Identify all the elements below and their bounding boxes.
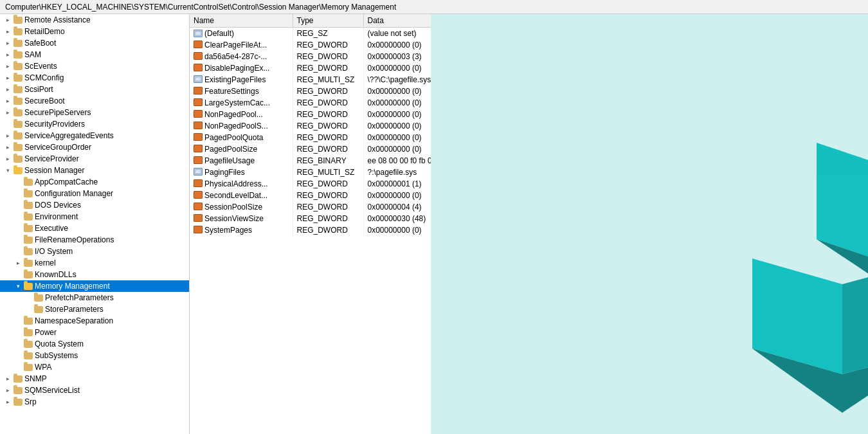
tree-label-wpa: WPA <box>35 363 51 372</box>
tree-item-service-provider[interactable]: ▸ServiceProvider <box>0 153 189 165</box>
table-row[interactable]: da56a5e4-287c-...REG_DWORD0x00000003 (3) <box>190 51 868 62</box>
cell-type-8: REG_DWORD <box>293 120 363 132</box>
tree-item-session-manager[interactable]: ▾Session Manager <box>0 165 189 176</box>
cell-data-7: 0x00000000 (0) <box>363 109 868 120</box>
cell-name-16: SessionViewSize <box>190 213 293 224</box>
cell-type-3: REG_DWORD <box>293 62 363 74</box>
tree-label-security-providers: SecurityProviders <box>24 120 85 129</box>
tree-expander-snmp[interactable]: ▸ <box>3 375 13 382</box>
column-header-name[interactable]: Name <box>190 14 293 28</box>
tree-item-store-parameters[interactable]: StoreParameters <box>0 303 189 315</box>
tree-expander-secure-pipe-servers[interactable]: ▸ <box>3 109 13 116</box>
tree-expander-safe-boot[interactable]: ▸ <box>3 40 13 46</box>
cell-data-14: 0x00000000 (0) <box>363 190 868 201</box>
tree-item-app-compat-cache[interactable]: AppCompatCache <box>0 176 189 188</box>
tree-item-secure-boot[interactable]: ▸SecureBoot <box>0 95 189 107</box>
reg-value-icon-0: ab <box>194 30 203 37</box>
tree-item-file-rename-operations[interactable]: FileRenameOperations <box>0 234 189 246</box>
tree-expander-remote-assistance[interactable]: ▸ <box>3 17 13 23</box>
table-row[interactable]: PagefileUsageREG_BINARYee 08 00 00 f0 fb… <box>190 155 868 167</box>
cell-type-17: REG_DWORD <box>293 224 363 236</box>
tree-label-safe-boot: SafeBoot <box>24 39 56 48</box>
tree-expander-retail-demo[interactable]: ▸ <box>3 28 13 35</box>
tree-expander-memory-management[interactable]: ▾ <box>13 283 23 289</box>
tree-item-secure-pipe-servers[interactable]: ▸SecurePipeServers <box>0 107 189 118</box>
tree-item-subsystems[interactable]: SubSystems <box>0 350 189 361</box>
tree-expander-srp[interactable]: ▸ <box>3 399 13 405</box>
tree-expander-sc-events[interactable]: ▸ <box>3 63 13 69</box>
tree-item-service-group-order[interactable]: ▸ServiceGroupOrder <box>0 141 189 153</box>
table-row[interactable]: SessionViewSizeREG_DWORD0x00000030 (48) <box>190 213 868 224</box>
column-header-data[interactable]: Data <box>363 14 868 28</box>
tree-expander-kernel[interactable]: ▸ <box>13 260 23 266</box>
tree-item-kernel[interactable]: ▸kernel <box>0 257 189 269</box>
tree-item-namespace-separation[interactable]: NamespaceSeparation <box>0 315 189 327</box>
table-row[interactable]: NonPagedPool...REG_DWORD0x00000000 (0) <box>190 109 868 120</box>
table-row[interactable]: SessionPoolSizeREG_DWORD0x00000004 (4) <box>190 201 868 213</box>
table-row[interactable]: PagedPoolQuotaREG_DWORD0x00000000 (0) <box>190 132 868 143</box>
cell-name-7: NonPagedPool... <box>190 109 293 120</box>
tree-item-environment[interactable]: Environment <box>0 211 189 222</box>
tree-label-dos-devices: DOS Devices <box>35 201 81 210</box>
tree-item-executive[interactable]: Executive <box>0 222 189 234</box>
tree-item-dos-devices[interactable]: DOS Devices <box>0 199 189 211</box>
table-row[interactable]: abPagingFilesREG_MULTI_SZ?:\pagefile.sys <box>190 167 868 178</box>
table-row[interactable]: NonPagedPoolS...REG_DWORD0x00000000 (0) <box>190 120 868 132</box>
tree-expander-service-provider[interactable]: ▸ <box>3 156 13 162</box>
tree-item-power[interactable]: Power <box>0 327 189 338</box>
tree-item-scsi-port[interactable]: ▸ScsiPort <box>0 84 189 95</box>
tree-item-sqm-service-list[interactable]: ▸SQMServiceList <box>0 384 189 396</box>
tree-expander-sqm-service-list[interactable]: ▸ <box>3 387 13 393</box>
folder-icon-quota-system <box>23 341 33 348</box>
cell-data-2: 0x00000003 (3) <box>363 51 868 62</box>
tree-item-snmp[interactable]: ▸SNMP <box>0 373 189 384</box>
tree-item-service-aggregated-events[interactable]: ▸ServiceAggregatedEvents <box>0 130 189 141</box>
tree-item-sam[interactable]: ▸SAM <box>0 49 189 60</box>
tree-item-io-system[interactable]: I/O System <box>0 246 189 257</box>
tree-expander-secure-boot[interactable]: ▸ <box>3 98 13 104</box>
tree-label-quota-system: Quota System <box>35 339 84 348</box>
tree-item-known-dlls[interactable]: KnownDLLs <box>0 269 189 280</box>
tree-item-sc-events[interactable]: ▸ScEvents <box>0 60 189 72</box>
table-row[interactable]: DisablePagingEx...REG_DWORD0x00000000 (0… <box>190 62 868 74</box>
table-row[interactable]: SecondLevelDat...REG_DWORD0x00000000 (0) <box>190 190 868 201</box>
tree-label-io-system: I/O System <box>35 247 73 256</box>
cell-type-7: REG_DWORD <box>293 109 363 120</box>
reg-value-icon-11 <box>194 156 203 164</box>
table-row[interactable]: ClearPageFileAt...REG_DWORD0x00000000 (0… <box>190 39 868 51</box>
tree-label-secure-pipe-servers: SecurePipeServers <box>24 108 91 117</box>
table-row[interactable]: ab(Default)REG_SZ(value not set) <box>190 28 868 39</box>
tree-item-security-providers[interactable]: SecurityProviders <box>0 118 189 130</box>
tree-item-remote-assistance[interactable]: ▸Remote Assistance <box>0 14 189 26</box>
reg-value-icon-7 <box>194 110 203 118</box>
table-row[interactable]: PagedPoolSizeREG_DWORD0x00000000 (0) <box>190 143 868 155</box>
folder-icon-store-parameters <box>33 306 44 313</box>
cell-name-text-0: (Default) <box>204 29 234 38</box>
table-row[interactable]: SystemPagesREG_DWORD0x00000000 (0) <box>190 224 868 236</box>
tree-item-configuration-manager[interactable]: Configuration Manager <box>0 188 189 199</box>
tree-item-memory-management[interactable]: ▾Memory Management <box>0 280 189 292</box>
tree-expander-scsi-port[interactable]: ▸ <box>3 86 13 93</box>
column-header-type[interactable]: Type <box>293 14 363 28</box>
cell-name-text-17: SystemPages <box>204 226 252 235</box>
tree-expander-service-group-order[interactable]: ▸ <box>3 144 13 150</box>
tree-item-safe-boot[interactable]: ▸SafeBoot <box>0 37 189 49</box>
tree-label-subsystems: SubSystems <box>35 351 78 360</box>
tree-expander-session-manager[interactable]: ▾ <box>3 167 13 174</box>
table-row[interactable]: PhysicalAddress...REG_DWORD0x00000001 (1… <box>190 178 868 190</box>
tree-item-srp[interactable]: ▸Srp <box>0 396 189 408</box>
tree-item-quota-system[interactable]: Quota System <box>0 338 189 350</box>
tree-expander-scm-config[interactable]: ▸ <box>3 75 13 81</box>
tree-expander-sam[interactable]: ▸ <box>3 51 13 58</box>
tree-expander-service-aggregated-events[interactable]: ▸ <box>3 132 13 139</box>
table-row[interactable]: LargeSystemCac...REG_DWORD0x00000000 (0) <box>190 97 868 109</box>
tree-item-prefetch-parameters[interactable]: PrefetchParameters <box>0 292 189 303</box>
tree-item-scm-config[interactable]: ▸SCMConfig <box>0 72 189 84</box>
tree-item-retail-demo[interactable]: ▸RetailDemo <box>0 26 189 37</box>
reg-value-icon-16 <box>194 214 203 222</box>
folder-icon-power <box>23 329 33 336</box>
table-row[interactable]: FeatureSettingsREG_DWORD0x00000000 (0) <box>190 86 868 97</box>
tree-item-wpa[interactable]: WPA <box>0 361 189 373</box>
cell-name-2: da56a5e4-287c-... <box>190 51 293 62</box>
table-row[interactable]: abExistingPageFilesREG_MULTI_SZ\??\C:\pa… <box>190 74 868 86</box>
